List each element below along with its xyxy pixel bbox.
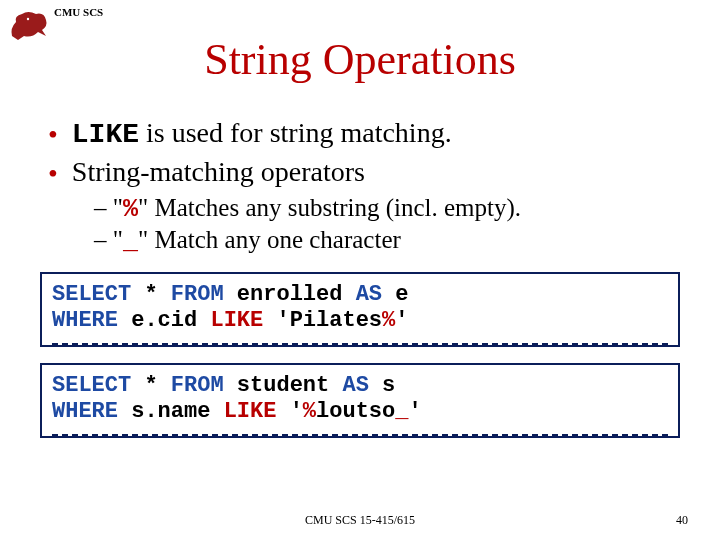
header-label: CMU SCS — [54, 6, 103, 18]
sql-example-2: SELECT * FROM student AS s WHERE s.name … — [40, 363, 680, 438]
cmu-dragon-logo — [8, 8, 50, 42]
bullet-2: • String-matching operators — [48, 156, 672, 188]
sub-bullet-1: – "%" Matches any substring (incl. empty… — [94, 194, 672, 224]
percent-symbol: % — [123, 195, 138, 224]
slide-title: String Operations — [0, 34, 720, 85]
bullet-text: LIKE is used for string matching. — [72, 117, 452, 150]
footer-course: CMU SCS 15-415/615 — [305, 513, 415, 528]
underscore-symbol: _ — [123, 227, 138, 256]
code-line: SELECT * FROM enrolled AS e — [52, 282, 668, 308]
bullet-1: • LIKE is used for string matching. — [48, 117, 672, 150]
sub-bullet-2: – "_" Match any one character — [94, 226, 672, 256]
content-area: • LIKE is used for string matching. • St… — [0, 117, 720, 256]
bullet-dot: • — [48, 160, 58, 188]
like-keyword: LIKE — [72, 119, 139, 150]
code-line: WHERE s.name LIKE '%loutso_' — [52, 399, 668, 435]
sub-bullets: – "%" Matches any substring (incl. empty… — [94, 194, 672, 256]
code-line: WHERE e.cid LIKE 'Pilates%' — [52, 308, 668, 344]
bullet-text: String-matching operators — [72, 156, 365, 188]
footer-page-number: 40 — [676, 513, 688, 528]
sql-example-1: SELECT * FROM enrolled AS e WHERE e.cid … — [40, 272, 680, 347]
svg-point-0 — [27, 18, 29, 20]
bullet-dot: • — [48, 121, 58, 149]
code-line: SELECT * FROM student AS s — [52, 373, 668, 399]
